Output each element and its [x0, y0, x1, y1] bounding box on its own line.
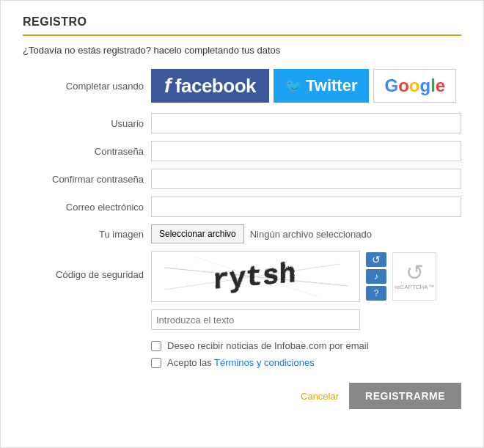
google-o1: o: [398, 76, 409, 96]
recaptcha-arrow-icon: ↺: [406, 262, 424, 284]
twitter-bird-icon: 🐦: [285, 78, 301, 94]
subtitle-action: hacelo completando tus datos: [154, 45, 281, 56]
captcha-area: rytsh rytsh ↺ ♪ ? ↺ reCAPTCHA™: [151, 251, 436, 302]
correo-input[interactable]: [151, 197, 461, 217]
file-none-text: Ningún archivo seleccionado: [250, 229, 372, 240]
captcha-controls: ↺ ♪ ?: [366, 252, 386, 301]
captcha-audio-icon: ♪: [374, 271, 378, 282]
usuario-row: Usuario: [23, 113, 461, 133]
captcha-svg: rytsh rytsh: [157, 253, 355, 301]
captcha-text-input[interactable]: [151, 309, 360, 330]
contrasena-row: Contraseña: [23, 141, 461, 161]
twitter-button[interactable]: 🐦 Twitter: [274, 69, 369, 103]
file-input-area: Seleccionar archivo Ningún archivo selec…: [151, 224, 372, 243]
terms-checkbox[interactable]: [151, 358, 161, 368]
google-button[interactable]: Google: [373, 69, 456, 103]
newsletter-text: Deseo recibir noticias de Infobae.com po…: [167, 340, 369, 351]
facebook-label: facebook: [175, 75, 256, 98]
social-buttons: f facebook 🐦 Twitter Google: [151, 69, 456, 103]
confirmar-row: Confirmar contraseña: [23, 169, 461, 189]
twitter-label: Twitter: [306, 76, 357, 95]
register-button[interactable]: REGISTRARME: [349, 383, 461, 409]
captcha-help-icon: ?: [374, 288, 379, 298]
subtitle: ¿Todavía no estás registrado? hacelo com…: [23, 45, 461, 56]
usuario-input[interactable]: [151, 113, 461, 133]
captcha-label: Código de seguridad: [23, 251, 151, 280]
cancel-button[interactable]: Cancelar: [301, 391, 339, 402]
bottom-row: Cancelar REGISTRARME: [23, 383, 461, 409]
captcha-row: Código de seguridad rytsh: [23, 251, 461, 302]
recaptcha-logo: ↺ reCAPTCHA™: [392, 252, 436, 301]
newsletter-checkbox[interactable]: [151, 341, 161, 351]
usuario-label: Usuario: [23, 118, 151, 129]
google-e: e: [436, 76, 445, 96]
page-title: REGISTRO: [23, 15, 461, 36]
captcha-input-row: [23, 309, 461, 330]
google-o2: o: [409, 76, 420, 96]
facebook-f-icon: f: [164, 74, 171, 98]
facebook-button[interactable]: f facebook: [151, 69, 269, 103]
terms-link[interactable]: Términos y condiciones: [214, 357, 315, 368]
social-row: Completar usando f facebook 🐦 Twitter Go…: [23, 69, 461, 103]
registration-form: REGISTRO ¿Todavía no estás registrado? h…: [0, 0, 484, 448]
captcha-help-button[interactable]: ?: [366, 286, 386, 301]
google-g1: G: [384, 76, 398, 96]
subtitle-static: ¿Todavía no estás registrado?: [23, 45, 151, 56]
confirmar-input[interactable]: [151, 169, 461, 189]
correo-row: Correo electrónico: [23, 197, 461, 217]
confirmar-label: Confirmar contraseña: [23, 174, 151, 185]
captcha-audio-button[interactable]: ♪: [366, 269, 386, 284]
google-l: l: [430, 76, 436, 96]
imagen-row: Tu imagen Seleccionar archivo Ningún arc…: [23, 224, 461, 243]
captcha-image: rytsh rytsh: [151, 251, 360, 302]
file-button[interactable]: Seleccionar archivo: [151, 224, 244, 243]
contrasena-label: Contraseña: [23, 146, 151, 157]
imagen-label: Tu imagen: [23, 229, 151, 240]
google-g2: g: [419, 76, 430, 96]
terms-text: Acepto las Términos y condiciones: [167, 357, 315, 368]
captcha-refresh-button[interactable]: ↺: [366, 252, 386, 267]
correo-label: Correo electrónico: [23, 202, 151, 213]
social-label: Completar usando: [23, 81, 151, 92]
captcha-refresh-icon: ↺: [372, 254, 381, 265]
newsletter-checkbox-row: Deseo recibir noticias de Infobae.com po…: [23, 340, 461, 351]
terms-checkbox-row: Acepto las Términos y condiciones: [23, 357, 461, 368]
recaptcha-brand-text: reCAPTCHA™: [395, 284, 433, 291]
contrasena-input[interactable]: [151, 141, 461, 161]
terms-static: Acepto las: [167, 357, 214, 368]
